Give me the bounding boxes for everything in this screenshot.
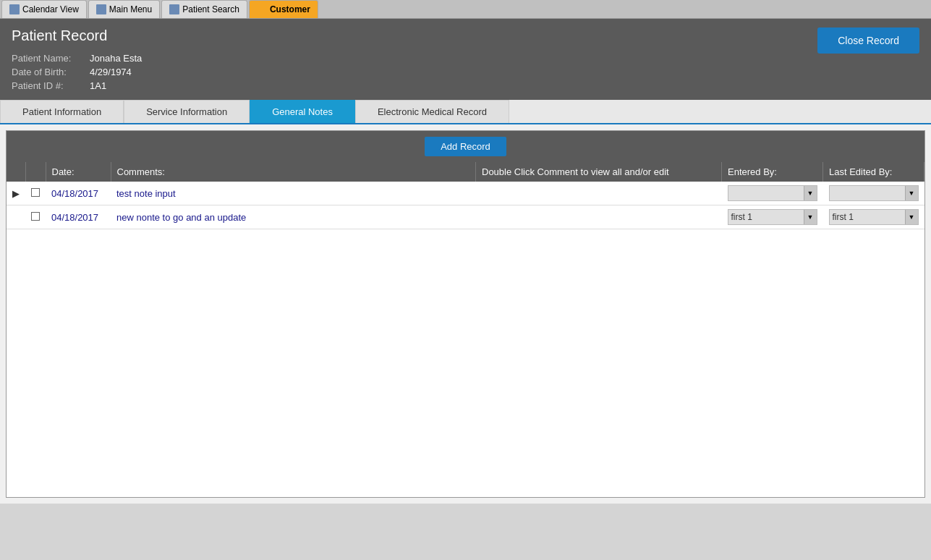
entered-by-dropdown-arrow[interactable]: ▼	[804, 210, 817, 224]
tab-calendar-view[interactable]: Calendar View	[1, 0, 87, 18]
table-empty-area	[7, 229, 924, 497]
row-arrow: ▶	[7, 182, 25, 205]
last-edited-by-dropdown-arrow[interactable]: ▼	[905, 186, 918, 200]
row-entered-by[interactable]: ▼	[722, 182, 823, 205]
content-tabs: Patient InformationService InformationGe…	[0, 100, 931, 124]
col-arrow	[7, 162, 25, 182]
tab-label-main-menu: Main Menu	[109, 4, 152, 14]
content-tab-electronic-medical[interactable]: Electronic Medical Record	[355, 100, 509, 123]
calendar-icon	[9, 4, 20, 14]
col-enteredby-header: Entered By:	[722, 162, 823, 182]
tab-main-menu[interactable]: Main Menu	[88, 0, 160, 18]
row-comment[interactable]: new nonte to go and an update	[111, 205, 722, 229]
header-field: Patient Name:Jonaha Esta	[12, 53, 142, 64]
last-edited-by-dropdown-arrow[interactable]: ▼	[905, 210, 918, 224]
notes-table: Date: Comments: Double Click Comment to …	[7, 162, 924, 229]
menu-icon	[96, 4, 106, 14]
header-field-value: 1A1	[90, 80, 106, 91]
content-tab-patient-info[interactable]: Patient Information	[0, 100, 124, 123]
row-entered-by[interactable]: first 1▼	[722, 205, 823, 229]
main-content: Add Record Date: Comments: Double Click …	[0, 124, 931, 504]
table-row[interactable]: 04/18/2017new nonte to go and an updatef…	[7, 205, 924, 229]
add-record-button[interactable]: Add Record	[425, 137, 506, 156]
tab-label-patient-search: Patient Search	[182, 4, 239, 14]
customer-icon	[257, 4, 267, 14]
header-field-label: Date of Birth:	[12, 67, 84, 77]
header-field-value: Jonaha Esta	[90, 53, 142, 64]
row-comment[interactable]: test note input	[111, 182, 722, 205]
col-comments-header: Comments:	[111, 162, 476, 182]
row-date: 04/18/2017	[46, 205, 111, 229]
header-field-value: 4/29/1974	[90, 67, 132, 77]
row-selector	[25, 182, 46, 205]
inner-panel: Add Record Date: Comments: Double Click …	[6, 130, 925, 498]
tab-label-customer: Customer	[270, 4, 310, 14]
search-icon	[169, 4, 179, 14]
tab-bar: Calendar ViewMain MenuPatient SearchCust…	[0, 0, 931, 19]
row-last-edited-by[interactable]: ▼	[823, 182, 924, 205]
row-arrow	[7, 205, 25, 229]
row-selector	[25, 205, 46, 229]
col-selector	[25, 162, 46, 182]
close-record-button[interactable]: Close Record	[817, 27, 919, 54]
col-date-header: Date:	[46, 162, 111, 182]
tab-label-calendar-view: Calendar View	[22, 4, 79, 14]
header-field-label: Patient ID #:	[12, 80, 84, 91]
content-tab-general-notes[interactable]: General Notes	[250, 100, 355, 123]
patient-record-header: Patient Record Patient Name:Jonaha EstaD…	[0, 19, 931, 100]
header-fields: Patient Name:Jonaha EstaDate of Birth:4/…	[12, 53, 142, 91]
header-left: Patient Record Patient Name:Jonaha EstaD…	[12, 27, 142, 91]
col-lasteditedby-header: Last Edited By:	[823, 162, 924, 182]
entered-by-dropdown-arrow[interactable]: ▼	[804, 186, 817, 200]
header-field-label: Patient Name:	[12, 53, 84, 64]
panel-header: Add Record	[7, 131, 924, 162]
table-row[interactable]: ▶04/18/2017test note input▼▼	[7, 182, 924, 205]
page-title: Patient Record	[12, 27, 142, 44]
header-field: Date of Birth:4/29/1974	[12, 67, 142, 77]
header-field: Patient ID #:1A1	[12, 80, 142, 91]
row-last-edited-by[interactable]: first 1▼	[823, 205, 924, 229]
col-doubleclick-header: Double Click Comment to view all and/or …	[476, 162, 722, 182]
tab-customer[interactable]: Customer	[249, 0, 318, 18]
row-date: 04/18/2017	[46, 182, 111, 205]
tab-patient-search[interactable]: Patient Search	[161, 0, 247, 18]
content-tab-service-info[interactable]: Service Information	[124, 100, 250, 123]
table-header-row: Date: Comments: Double Click Comment to …	[7, 162, 924, 182]
